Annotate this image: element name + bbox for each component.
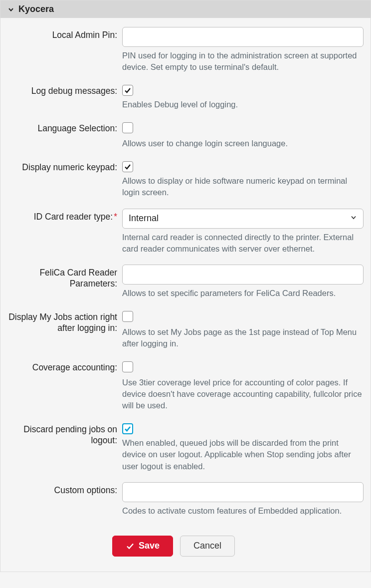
- cancel-button-label: Cancel: [193, 541, 221, 551]
- help-coverage: Use 3tier coverage level price for accou…: [122, 377, 364, 411]
- save-button[interactable]: Save: [112, 536, 173, 557]
- language-selection-checkbox[interactable]: [122, 122, 133, 133]
- label-custom-options: Custom options:: [7, 482, 122, 496]
- config-form: Local Admin Pin: PIN used for logging in…: [0, 18, 371, 572]
- label-numeric-keypad: Display numeric keypad:: [7, 159, 122, 173]
- chevron-down-icon: [7, 6, 14, 13]
- local-admin-pin-input[interactable]: [122, 27, 364, 47]
- check-icon: [126, 542, 135, 551]
- discard-pending-checkbox[interactable]: [122, 423, 133, 434]
- label-language-selection: Language Selection:: [7, 120, 122, 134]
- row-card-reader-type: ID Card reader type:* Internal Internal …: [7, 209, 364, 262]
- log-debug-checkbox[interactable]: [122, 85, 133, 96]
- cancel-button[interactable]: Cancel: [180, 536, 235, 557]
- row-custom-options: Custom options: Codes to activate custom…: [7, 482, 364, 524]
- row-coverage: Coverage accounting: Use 3tier coverage …: [7, 359, 364, 418]
- label-coverage: Coverage accounting:: [7, 359, 122, 373]
- row-discard-pending: Discard pending jobs on logout: When ena…: [7, 421, 364, 479]
- help-language-selection: Allows user to change login screen langu…: [122, 138, 364, 149]
- row-local-admin-pin: Local Admin Pin: PIN used for logging in…: [7, 27, 364, 80]
- label-card-reader-type-text: ID Card reader type:: [34, 212, 113, 222]
- numeric-keypad-checkbox[interactable]: [122, 161, 133, 172]
- card-reader-type-select[interactable]: Internal: [122, 209, 364, 229]
- panel-title: Kyocera: [18, 4, 54, 14]
- button-row: Save Cancel: [112, 527, 364, 568]
- panel-header[interactable]: Kyocera: [0, 0, 371, 18]
- save-button-label: Save: [139, 541, 160, 551]
- row-language-selection: Language Selection: Allows user to chang…: [7, 120, 364, 156]
- label-log-debug: Log debug messages:: [7, 83, 122, 97]
- row-numeric-keypad: Display numeric keypad: Allows to displa…: [7, 159, 364, 205]
- coverage-checkbox[interactable]: [122, 361, 133, 372]
- label-card-reader-type: ID Card reader type:*: [7, 209, 122, 223]
- help-card-reader-type: Internal card reader is connected direct…: [122, 232, 364, 255]
- label-my-jobs: Display My Jobs action right after loggi…: [7, 309, 122, 334]
- help-local-admin-pin: PIN used for logging in to the administr…: [122, 50, 364, 73]
- help-log-debug: Enables Debug level of logging.: [122, 99, 364, 110]
- help-my-jobs: Allows to set My Jobs page as the 1st pa…: [122, 326, 364, 349]
- kyocera-config-panel: Kyocera Local Admin Pin: PIN used for lo…: [0, 0, 371, 572]
- row-log-debug: Log debug messages: Enables Debug level …: [7, 83, 364, 117]
- help-discard-pending: When enabled, queued jobs will be discar…: [122, 437, 364, 472]
- row-felica: FeliCa Card Reader Parameters: Allows to…: [7, 265, 364, 306]
- label-discard-pending: Discard pending jobs on logout:: [7, 421, 122, 446]
- label-felica: FeliCa Card Reader Parameters:: [7, 265, 122, 290]
- my-jobs-checkbox[interactable]: [122, 311, 133, 322]
- row-my-jobs: Display My Jobs action right after loggi…: [7, 309, 364, 356]
- felica-input[interactable]: [122, 265, 364, 285]
- help-felica: Allows to set specific parameters for Fe…: [122, 288, 364, 299]
- help-numeric-keypad: Allows to display or hide software numer…: [122, 175, 364, 198]
- custom-options-input[interactable]: [122, 482, 364, 502]
- card-reader-type-value: Internal: [129, 213, 159, 224]
- label-local-admin-pin: Local Admin Pin:: [7, 27, 122, 41]
- required-asterisk: *: [114, 212, 117, 222]
- help-custom-options: Codes to activate custom features of Emb…: [122, 505, 364, 517]
